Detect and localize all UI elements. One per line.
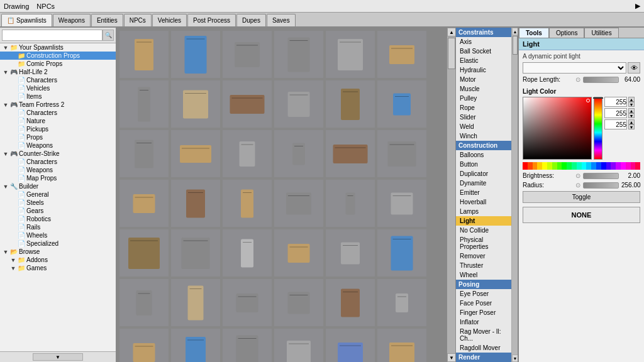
cat-item-1-3[interactable]: Dynamite <box>456 178 511 188</box>
cat-item-0-9[interactable]: Weld <box>456 122 511 131</box>
tree-item-19[interactable]: 📄Steels <box>0 199 116 207</box>
cat-item-1-2[interactable]: Duplicator <box>456 169 511 178</box>
cat-item-1-9[interactable]: Physical Properties <box>456 235 511 251</box>
cat-item-0-4[interactable]: Motor <box>456 75 511 84</box>
right-tab-options[interactable]: Options <box>549 28 584 38</box>
prop-item-22[interactable] <box>326 180 375 227</box>
prop-item-12[interactable] <box>119 130 169 177</box>
tree-item-9[interactable]: 📄Nature <box>0 117 116 125</box>
color-gradient[interactable] <box>523 97 592 160</box>
prop-item-36[interactable] <box>119 329 169 362</box>
palette-cell-16[interactable] <box>601 162 606 170</box>
cat-scroll-thumb[interactable] <box>513 36 518 55</box>
scroll-up-btn[interactable]: ▲ <box>447 28 455 36</box>
palette-cell-13[interactable] <box>586 162 591 170</box>
prop-item-7[interactable] <box>171 80 220 128</box>
tree-item-24[interactable]: 📄Specialized <box>0 239 116 248</box>
tree-item-20[interactable]: 📄Gears <box>0 207 116 215</box>
eye-button[interactable]: 👁 <box>628 62 640 74</box>
palette-cell-2[interactable] <box>533 162 538 170</box>
cat-item-0-0[interactable]: Axis <box>456 37 511 47</box>
cat-item-0-7[interactable]: Rope <box>456 103 511 112</box>
cat-item-1-1[interactable]: Button <box>456 160 511 169</box>
prop-item-29[interactable] <box>377 229 426 277</box>
prop-item-23[interactable] <box>377 180 426 227</box>
prop-item-35[interactable] <box>377 279 426 326</box>
palette-cell-0[interactable] <box>523 162 528 170</box>
cat-scroll-down[interactable]: ▼ <box>512 354 518 362</box>
radius-slider[interactable] <box>583 182 619 189</box>
prop-item-30[interactable] <box>119 279 169 326</box>
palette-cell-3[interactable] <box>537 162 542 170</box>
cat-item-1-5[interactable]: Hoverball <box>456 197 511 207</box>
tree-item-1[interactable]: 📁Construction Props <box>0 52 116 60</box>
prop-item-26[interactable] <box>223 229 272 277</box>
tree-item-10[interactable]: 📄Pickups <box>0 125 116 133</box>
cat-item-0-10[interactable]: Winch <box>456 131 511 141</box>
palette-cell-23[interactable] <box>635 162 640 170</box>
menu-drawing[interactable]: Drawing <box>4 3 29 10</box>
tree-item-2[interactable]: 📁Comic Props <box>0 60 116 68</box>
light-dropdown[interactable] <box>523 62 626 74</box>
palette-cell-22[interactable] <box>631 162 636 170</box>
cat-item-1-8[interactable]: No Collide <box>456 226 511 235</box>
search-input[interactable] <box>2 30 103 41</box>
palette-cell-4[interactable] <box>542 162 547 170</box>
cat-item-2-3[interactable]: Inflator <box>456 317 511 327</box>
scroll-down-btn[interactable]: ▼ <box>447 353 455 362</box>
cat-item-0-8[interactable]: Slider <box>456 112 511 122</box>
tree-item-27[interactable]: ▼📁Games <box>0 264 116 272</box>
hue-cursor[interactable] <box>593 97 603 99</box>
cat-item-1-11[interactable]: Thruster <box>456 261 511 270</box>
prop-item-34[interactable] <box>326 279 375 326</box>
cat-item-2-5[interactable]: Ragdoll Mover <box>456 343 511 353</box>
palette-cell-5[interactable] <box>547 162 552 170</box>
prop-item-15[interactable] <box>274 130 323 177</box>
prop-item-14[interactable] <box>223 130 272 177</box>
tab-vehicles[interactable]: Vehicles <box>152 14 187 26</box>
palette-cell-10[interactable] <box>572 162 577 170</box>
search-button[interactable]: 🔍 <box>103 30 114 41</box>
cat-item-1-0[interactable]: Balloons <box>456 150 511 160</box>
cat-item-2-1[interactable]: Face Poser <box>456 299 511 308</box>
cat-item-2-2[interactable]: Finger Poser <box>456 308 511 317</box>
prop-item-5[interactable] <box>377 31 426 78</box>
palette-cell-20[interactable] <box>621 162 626 170</box>
prop-item-9[interactable] <box>274 80 323 128</box>
cat-item-0-5[interactable]: Muscle <box>456 84 511 94</box>
palette-cell-19[interactable] <box>616 162 621 170</box>
cat-item-0-6[interactable]: Pulley <box>456 94 511 103</box>
tree-item-5[interactable]: 📄Vehicles <box>0 84 116 92</box>
cat-item-1-10[interactable]: Remover <box>456 251 511 261</box>
tab-saves[interactable]: Saves <box>267 14 296 26</box>
palette-cell-1[interactable] <box>528 162 533 170</box>
cat-item-0-2[interactable]: Elastic <box>456 56 511 65</box>
prop-item-31[interactable] <box>171 279 220 326</box>
prop-item-37[interactable] <box>171 329 220 362</box>
tree-item-22[interactable]: 📄Rails <box>0 223 116 231</box>
tree-item-26[interactable]: ▼📁Addons <box>0 256 116 264</box>
tree-item-8[interactable]: 📄Characters <box>0 109 116 117</box>
rgb-b-up[interactable]: ▲ <box>628 119 635 124</box>
tree-item-3[interactable]: ▼🎮Half-Life 2 <box>0 68 116 76</box>
tree-item-11[interactable]: 📄Props <box>0 133 116 141</box>
cat-item-1-6[interactable]: Lamps <box>456 207 511 216</box>
tab-dupes[interactable]: Dupes <box>236 14 266 26</box>
rgb-r-up[interactable]: ▲ <box>628 97 635 102</box>
tab-weapons[interactable]: Weapons <box>53 14 91 26</box>
toggle-button[interactable]: Toggle <box>523 191 640 203</box>
tree-item-23[interactable]: 📄Wheels <box>0 231 116 239</box>
tab-npcs[interactable]: NPCs <box>124 14 152 26</box>
tree-bottom-btn[interactable]: ▼ <box>33 353 83 361</box>
rgb-b-down[interactable]: ▼ <box>628 124 635 129</box>
prop-item-0[interactable] <box>119 31 169 78</box>
right-tab-utilities[interactable]: Utilities <box>584 28 618 38</box>
prop-item-8[interactable] <box>223 80 272 128</box>
prop-item-19[interactable] <box>171 180 220 227</box>
rgb-r-down[interactable]: ▼ <box>628 102 635 107</box>
right-tab-tools[interactable]: Tools <box>519 28 549 38</box>
cat-item-1-12[interactable]: Wheel <box>456 270 511 280</box>
palette-cell-9[interactable] <box>567 162 572 170</box>
tree-item-7[interactable]: ▼🎮Team Fortress 2 <box>0 101 116 109</box>
tree-item-6[interactable]: 📄Items <box>0 92 116 101</box>
